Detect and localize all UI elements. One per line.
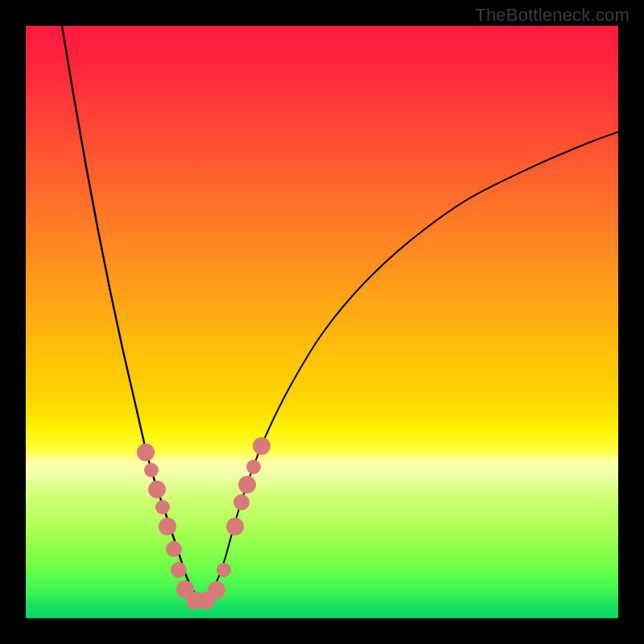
data-point [155, 500, 170, 514]
data-point [226, 518, 244, 535]
data-point [159, 518, 176, 535]
data-point [253, 437, 270, 455]
data-point [137, 444, 155, 461]
left-branch-curve [62, 26, 201, 602]
data-point [238, 476, 256, 493]
plot-area [26, 26, 618, 618]
chart-frame: TheBottleneck.com [0, 0, 644, 644]
data-point [208, 581, 225, 599]
data-point [233, 494, 250, 510]
data-point [144, 463, 159, 477]
data-point [166, 541, 182, 557]
data-point [246, 460, 261, 474]
right-branch-curve [201, 132, 618, 602]
data-point [148, 481, 166, 498]
data-point [217, 563, 231, 577]
curve-svg [26, 26, 618, 618]
curve-group [62, 26, 618, 602]
watermark-text: TheBottleneck.com [475, 5, 630, 26]
data-points-group [137, 437, 270, 609]
data-point [171, 562, 187, 578]
